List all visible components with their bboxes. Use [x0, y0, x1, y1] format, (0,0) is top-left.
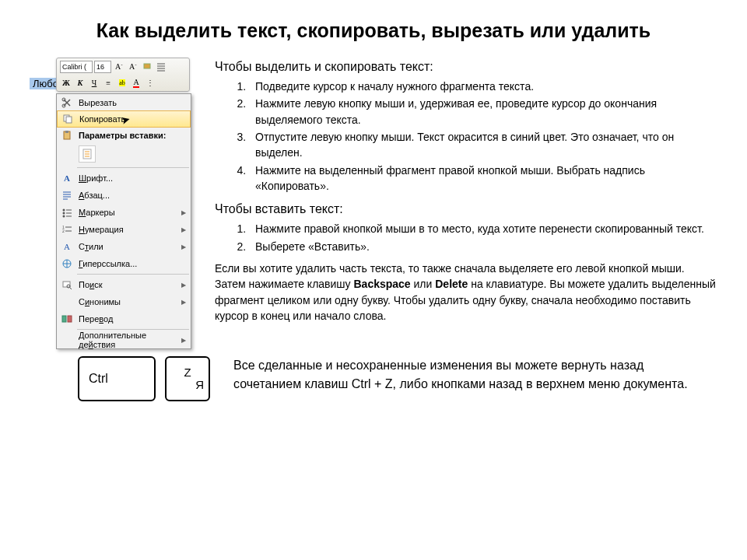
align-center-button[interactable]: ≡ — [102, 77, 114, 89]
menu-styles-label: Стили — [79, 242, 181, 251]
menu-copy[interactable]: Копировать — [57, 110, 191, 128]
font-icon: A — [60, 171, 74, 185]
menu-paste-options-label: Параметры вставки: — [79, 131, 186, 140]
list-item: Нажмите левую кнопку мыши и, удерживая е… — [249, 96, 716, 128]
menu-search-label: Поиск — [79, 280, 181, 289]
italic-button[interactable]: К — [74, 77, 86, 89]
page-title: Как выделить текст, скопировать, вырезат… — [0, 0, 747, 50]
menu-paragraph[interactable]: Абзац... — [57, 187, 191, 204]
indent-icon[interactable] — [155, 61, 167, 73]
menu-bullets[interactable]: Маркеры ▶ — [57, 204, 191, 221]
section1-heading: Чтобы выделить и скопировать текст: — [215, 58, 716, 75]
ctrl-key: Ctrl — [78, 356, 156, 401]
highlight-button[interactable]: ab — [116, 77, 128, 89]
context-menu: Вырезать Копировать Параметры вставки: A… — [56, 93, 191, 349]
scissors-icon — [60, 96, 74, 110]
undo-text: Все сделанные и несохраненные изменения … — [233, 356, 700, 394]
menu-translate-label: Перевод — [79, 314, 186, 324]
styles-icon: A — [60, 240, 74, 254]
svg-point-9 — [63, 212, 65, 215]
chevron-right-icon: ▶ — [181, 282, 186, 289]
font-size-dropdown[interactable]: 16 — [94, 61, 111, 73]
menu-styles[interactable]: A Стили ▶ — [57, 238, 191, 255]
paragraph-icon — [60, 188, 74, 202]
menu-copy-label: Копировать — [79, 114, 185, 124]
menu-numbering[interactable]: 12 Нумерация ▶ — [57, 221, 191, 238]
copy-icon — [61, 112, 75, 126]
menu-font-label: Шрифт... — [79, 173, 186, 183]
underline-button[interactable]: Ч — [88, 77, 100, 89]
menu-additional[interactable]: Дополнительные действия ▶ — [57, 331, 191, 348]
svg-rect-4 — [66, 117, 72, 123]
list-item: Отпустите левую кнопку мыши. Текст окрас… — [249, 129, 716, 161]
z-key: Z Я — [165, 356, 210, 401]
menu-separator — [77, 167, 189, 168]
search-icon — [60, 278, 74, 292]
list-item: Выберете «Вставить». — [249, 239, 716, 254]
section2-heading: Чтобы вставить текст: — [215, 200, 716, 218]
font-name-dropdown[interactable]: Calibri ( — [60, 61, 93, 73]
menu-additional-label: Дополнительные действия — [79, 331, 181, 349]
chevron-right-icon: ▶ — [181, 209, 186, 216]
menu-bullets-label: Маркеры — [79, 208, 181, 217]
menu-synonyms-label: Синонимы — [79, 297, 181, 306]
keyboard-keys: Ctrl Z Я — [78, 356, 210, 401]
section1-list: Подведите курсор к началу нужного фрагме… — [215, 79, 716, 194]
hyperlink-icon — [60, 257, 74, 271]
svg-text:2: 2 — [62, 229, 65, 233]
z-key-top: Z — [184, 366, 191, 380]
font-color-button[interactable]: A — [130, 77, 142, 89]
paste-keep-formatting-icon[interactable] — [79, 145, 96, 163]
chevron-right-icon: ▶ — [181, 226, 186, 233]
svg-rect-0 — [144, 64, 150, 68]
translate-icon — [60, 312, 74, 326]
delete-paragraph: Если вы хотите удалить часть текста, то … — [215, 261, 716, 324]
numbering-icon: 12 — [60, 222, 74, 236]
list-item: Подведите курсор к началу нужного фрагме… — [249, 79, 716, 94]
mini-toolbar: Calibri ( 16 A˄ A˅ Ж К Ч ≡ ab A ⋮ — [56, 58, 190, 92]
list-item: Нажмите на выделенный фрагмент правой кн… — [249, 163, 716, 194]
list-item: Нажмите правой кнопкой мыши в то место, … — [249, 221, 716, 236]
svg-point-10 — [63, 215, 65, 218]
blank-icon — [60, 333, 74, 347]
svg-rect-17 — [68, 316, 72, 322]
svg-point-8 — [63, 209, 65, 212]
format-painter-icon[interactable] — [141, 61, 153, 73]
bold-button[interactable]: Ж — [60, 77, 72, 89]
menu-font[interactable]: A Шрифт... — [57, 170, 191, 187]
svg-rect-6 — [65, 131, 68, 133]
chevron-right-icon: ▶ — [181, 337, 186, 344]
menu-hyperlink[interactable]: Гиперссылка... — [57, 255, 191, 272]
menu-paste-options: Параметры вставки: — [57, 127, 191, 144]
blank-icon — [60, 295, 74, 309]
instructions: Чтобы выделить и скопировать текст: Подв… — [215, 58, 716, 325]
bullets-icon — [60, 205, 74, 219]
menu-separator — [77, 274, 189, 275]
menu-search[interactable]: Поиск ▶ — [57, 276, 191, 293]
menu-paragraph-label: Абзац... — [79, 191, 186, 200]
svg-rect-14 — [63, 282, 70, 287]
menu-numbering-label: Нумерация — [79, 225, 181, 234]
chevron-right-icon: ▶ — [181, 243, 186, 250]
content-area: Любовь Calibri ( 16 A˄ A˅ Ж К Ч ≡ ab A ⋮ — [0, 50, 747, 325]
menu-hyperlink-label: Гиперссылка... — [79, 259, 186, 268]
clipboard-icon — [60, 128, 74, 142]
grow-font-button[interactable]: A˄ — [113, 61, 125, 73]
menu-synonyms[interactable]: Синонимы ▶ — [57, 293, 191, 310]
paste-options-row — [57, 144, 191, 166]
section2-list: Нажмите правой кнопкой мыши в то место, … — [215, 221, 716, 254]
menu-translate[interactable]: Перевод — [57, 310, 191, 327]
screenshot-panel: Любовь Calibri ( 16 A˄ A˅ Ж К Ч ≡ ab A ⋮ — [31, 58, 201, 325]
menu-cut-label: Вырезать — [79, 98, 186, 107]
shrink-font-button[interactable]: A˅ — [127, 61, 139, 73]
menu-separator — [77, 329, 189, 330]
z-key-bottom: Я — [195, 379, 209, 392]
svg-rect-16 — [62, 316, 66, 322]
menu-cut[interactable]: Вырезать — [57, 94, 191, 111]
chevron-right-icon: ▶ — [181, 299, 186, 306]
more-icon[interactable]: ⋮ — [144, 77, 156, 89]
